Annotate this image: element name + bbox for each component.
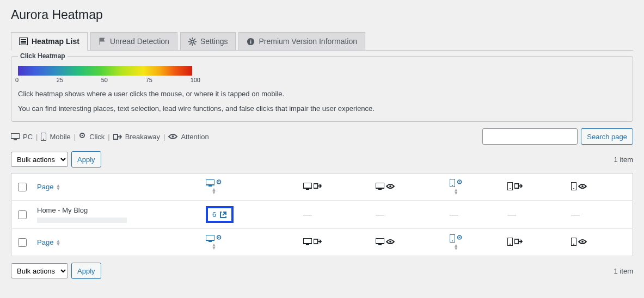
scale-tick: 75 (146, 77, 152, 83)
search-input[interactable] (482, 128, 578, 145)
apply-button-top[interactable]: Apply (71, 151, 101, 167)
svg-line-11 (189, 43, 191, 44)
flag-icon (99, 38, 106, 45)
svg-point-59 (510, 244, 511, 245)
svg-rect-16 (11, 133, 20, 139)
apply-button-bottom[interactable]: Apply (71, 263, 101, 279)
svg-point-53 (389, 240, 391, 243)
column-pc-click-footer[interactable] (206, 235, 222, 242)
svg-rect-40 (514, 184, 518, 188)
legend-label: Click (89, 133, 105, 141)
mobile-icon (41, 133, 46, 141)
column-pc-click-header[interactable] (206, 179, 222, 187)
tab-unread-detection[interactable]: Unread Detection (90, 32, 177, 50)
tab-label: Premium Version Information (259, 37, 357, 46)
search-page-button[interactable]: Search page (581, 128, 633, 145)
svg-point-63 (582, 240, 584, 243)
breakaway-icon (514, 238, 523, 245)
mobile-icon (450, 179, 455, 187)
svg-point-39 (510, 188, 511, 189)
svg-rect-22 (113, 134, 118, 139)
column-pc-attention-footer (376, 238, 395, 245)
panel-legend: Click Heatmap (18, 52, 68, 60)
tab-settings[interactable]: Settings (180, 32, 236, 50)
gear-icon (188, 38, 197, 46)
svg-rect-60 (514, 239, 518, 244)
column-mobile-breakaway-header (507, 182, 523, 190)
legend-label: Attention (181, 133, 208, 141)
bulk-actions-select-bottom[interactable]: Bulk actions (11, 263, 68, 278)
bulk-actions-select[interactable]: Bulk actions (11, 152, 68, 167)
column-mobile-click-footer[interactable] (450, 234, 463, 243)
heatmap-gradient (18, 66, 192, 76)
breakaway-icon (314, 238, 322, 245)
attention-icon (578, 183, 587, 189)
empty-cell: — (571, 210, 580, 219)
select-all-checkbox-bottom[interactable] (18, 238, 27, 247)
click-icon (216, 179, 222, 187)
legend-label: Breakaway (125, 133, 160, 141)
external-link-icon (219, 211, 227, 219)
pc-icon (376, 238, 384, 245)
scale-tick: 50 (101, 77, 108, 83)
svg-point-43 (582, 185, 584, 187)
heatmap-scale: 0 25 50 75 100 (15, 77, 200, 83)
click-heatmap-panel: Click Heatmap 0 25 50 75 100 Click heatm… (11, 56, 633, 122)
svg-point-33 (389, 185, 391, 187)
column-mobile-breakaway-footer (507, 238, 523, 246)
svg-rect-48 (303, 238, 312, 244)
tab-heatmap-list[interactable]: Heatmap List (11, 32, 88, 51)
svg-rect-44 (206, 235, 214, 240)
column-page-header[interactable]: Page ▲▼ (37, 183, 60, 191)
icon-legend: PC | Mobile | Click | Breakaway | Attent… (11, 133, 209, 141)
svg-rect-51 (376, 238, 384, 244)
attention-icon (578, 239, 587, 245)
pc-click-cell[interactable]: 6 (206, 206, 234, 223)
svg-point-23 (172, 135, 174, 138)
tab-label: Heatmap List (32, 37, 79, 46)
click-icon (457, 235, 463, 242)
svg-rect-14 (250, 41, 252, 44)
svg-point-37 (459, 181, 460, 182)
info-icon (247, 38, 255, 46)
breakaway-icon (514, 183, 523, 189)
click-icon (216, 235, 222, 242)
svg-point-47 (218, 237, 219, 238)
empty-cell: — (303, 210, 312, 219)
breakaway-icon (314, 183, 322, 189)
svg-point-42 (573, 188, 574, 189)
mobile-icon (571, 238, 576, 246)
sort-icon: ▲▼ (453, 244, 458, 250)
svg-rect-15 (250, 39, 252, 40)
panel-description-1: Click heatmap shows where a user clicks … (18, 90, 626, 98)
column-page-footer[interactable]: Page ▲▼ (37, 238, 60, 246)
tab-label: Unread Detection (110, 37, 169, 46)
row-checkbox[interactable] (18, 210, 27, 219)
row-title: Home - My Blog (37, 206, 88, 214)
column-pc-attention-header (376, 183, 395, 190)
column-pc-breakaway-header (303, 183, 322, 190)
tab-bar: Heatmap List Unread Detection Settings P… (11, 32, 633, 51)
column-mobile-click-header[interactable] (450, 179, 463, 187)
svg-point-35 (452, 185, 453, 186)
mobile-icon (507, 238, 513, 246)
select-all-checkbox[interactable] (18, 183, 27, 191)
scale-tick: 0 (15, 77, 19, 83)
svg-point-57 (459, 237, 460, 238)
svg-point-55 (452, 240, 453, 241)
svg-rect-50 (314, 239, 317, 244)
pc-icon (303, 183, 312, 190)
column-pc-breakaway-footer (303, 238, 322, 245)
sort-icon: ▲▼ (453, 188, 458, 195)
item-count-top: 1 item (614, 156, 633, 164)
sort-icon: ▲▼ (212, 243, 217, 250)
legend-label: Mobile (50, 133, 70, 141)
svg-line-9 (189, 39, 191, 40)
breakaway-icon (113, 133, 122, 140)
pc-icon (11, 133, 20, 140)
attention-icon (386, 239, 395, 245)
svg-point-19 (43, 139, 44, 140)
tab-premium[interactable]: Premium Version Information (238, 32, 365, 50)
heatmap-table: Page ▲▼ ▲▼ (11, 173, 633, 256)
attention-icon (168, 133, 177, 140)
